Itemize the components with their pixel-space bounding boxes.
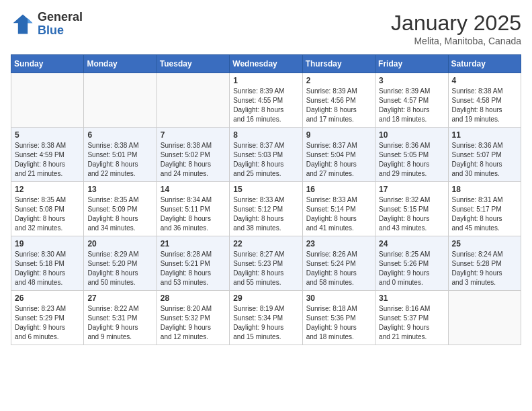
calendar-week-5: 26Sunrise: 8:23 AM Sunset: 5:29 PM Dayli… [11, 291, 521, 345]
day-content: Sunrise: 8:31 AM Sunset: 5:17 PM Dayligh… [452, 195, 517, 233]
day-number: 4 [452, 76, 517, 85]
calendar-cell: 17Sunrise: 8:32 AM Sunset: 5:15 PM Dayli… [375, 182, 448, 236]
weekday-header-wednesday: Wednesday [230, 55, 302, 73]
day-content: Sunrise: 8:24 AM Sunset: 5:28 PM Dayligh… [452, 250, 517, 287]
day-number: 9 [306, 130, 371, 140]
day-number: 30 [306, 293, 371, 303]
calendar-cell: 26Sunrise: 8:23 AM Sunset: 5:29 PM Dayli… [11, 291, 84, 345]
day-number: 16 [306, 185, 371, 194]
svg-marker-0 [13, 14, 33, 34]
day-number: 25 [452, 239, 517, 248]
weekday-header-thursday: Thursday [302, 55, 375, 73]
calendar-cell: 3Sunrise: 8:39 AM Sunset: 4:57 PM Daylig… [375, 73, 448, 128]
day-content: Sunrise: 8:37 AM Sunset: 5:03 PM Dayligh… [233, 141, 298, 179]
calendar-cell [84, 73, 157, 128]
calendar-cell: 18Sunrise: 8:31 AM Sunset: 5:17 PM Dayli… [448, 182, 521, 236]
day-content: Sunrise: 8:23 AM Sunset: 5:29 PM Dayligh… [15, 304, 80, 342]
calendar-cell: 5Sunrise: 8:38 AM Sunset: 4:59 PM Daylig… [11, 128, 84, 182]
calendar-cell [157, 73, 229, 128]
day-content: Sunrise: 8:20 AM Sunset: 5:32 PM Dayligh… [161, 304, 226, 342]
logo-text: General Blue [38, 11, 83, 38]
day-number: 26 [15, 293, 80, 303]
calendar-body: 1Sunrise: 8:39 AM Sunset: 4:55 PM Daylig… [11, 73, 521, 345]
day-number: 15 [233, 185, 298, 194]
day-content: Sunrise: 8:28 AM Sunset: 5:21 PM Dayligh… [161, 250, 226, 287]
weekday-header-monday: Monday [84, 55, 157, 73]
calendar-cell: 12Sunrise: 8:35 AM Sunset: 5:08 PM Dayli… [11, 182, 84, 236]
calendar-cell: 22Sunrise: 8:27 AM Sunset: 5:23 PM Dayli… [230, 236, 302, 291]
weekday-header-tuesday: Tuesday [157, 55, 229, 73]
logo-blue: Blue [38, 24, 83, 38]
day-content: Sunrise: 8:38 AM Sunset: 5:01 PM Dayligh… [87, 141, 152, 179]
calendar-cell [448, 291, 521, 345]
calendar-cell: 14Sunrise: 8:34 AM Sunset: 5:11 PM Dayli… [157, 182, 229, 236]
day-content: Sunrise: 8:35 AM Sunset: 5:08 PM Dayligh… [15, 195, 80, 233]
calendar-cell: 16Sunrise: 8:33 AM Sunset: 5:14 PM Dayli… [302, 182, 375, 236]
calendar-cell: 2Sunrise: 8:39 AM Sunset: 4:56 PM Daylig… [302, 73, 375, 128]
calendar-cell: 11Sunrise: 8:36 AM Sunset: 5:07 PM Dayli… [448, 128, 521, 182]
day-content: Sunrise: 8:39 AM Sunset: 4:57 PM Dayligh… [379, 87, 444, 124]
day-content: Sunrise: 8:18 AM Sunset: 5:36 PM Dayligh… [306, 304, 371, 342]
calendar-cell: 15Sunrise: 8:33 AM Sunset: 5:12 PM Dayli… [230, 182, 302, 236]
page-header: General Blue January 2025 Melita, Manito… [11, 11, 521, 46]
calendar-cell: 9Sunrise: 8:37 AM Sunset: 5:04 PM Daylig… [302, 128, 375, 182]
day-content: Sunrise: 8:37 AM Sunset: 5:04 PM Dayligh… [306, 141, 371, 179]
day-content: Sunrise: 8:16 AM Sunset: 5:37 PM Dayligh… [379, 304, 444, 342]
day-content: Sunrise: 8:27 AM Sunset: 5:23 PM Dayligh… [233, 250, 298, 287]
day-number: 2 [306, 76, 371, 85]
logo-general: General [38, 11, 83, 24]
calendar-cell: 28Sunrise: 8:20 AM Sunset: 5:32 PM Dayli… [157, 291, 229, 345]
day-number: 19 [15, 239, 80, 248]
day-number: 7 [161, 130, 226, 140]
calendar-cell: 29Sunrise: 8:19 AM Sunset: 5:34 PM Dayli… [230, 291, 302, 345]
day-content: Sunrise: 8:22 AM Sunset: 5:31 PM Dayligh… [87, 304, 152, 342]
calendar-cell: 24Sunrise: 8:25 AM Sunset: 5:26 PM Dayli… [375, 236, 448, 291]
day-number: 18 [452, 185, 517, 194]
calendar-cell: 20Sunrise: 8:29 AM Sunset: 5:20 PM Dayli… [84, 236, 157, 291]
day-number: 28 [161, 293, 226, 303]
day-number: 11 [452, 130, 517, 140]
weekday-row: SundayMondayTuesdayWednesdayThursdayFrid… [11, 55, 521, 73]
day-number: 21 [161, 239, 226, 248]
calendar-cell: 13Sunrise: 8:35 AM Sunset: 5:09 PM Dayli… [84, 182, 157, 236]
day-number: 29 [233, 293, 298, 303]
day-number: 22 [233, 239, 298, 248]
svg-marker-1 [28, 18, 32, 23]
calendar-cell: 23Sunrise: 8:26 AM Sunset: 5:24 PM Dayli… [302, 236, 375, 291]
logo: General Blue [11, 11, 83, 38]
calendar-week-1: 1Sunrise: 8:39 AM Sunset: 4:55 PM Daylig… [11, 73, 521, 128]
day-content: Sunrise: 8:33 AM Sunset: 5:14 PM Dayligh… [306, 195, 371, 233]
day-content: Sunrise: 8:39 AM Sunset: 4:55 PM Dayligh… [233, 87, 298, 124]
day-number: 6 [87, 130, 152, 140]
day-content: Sunrise: 8:36 AM Sunset: 5:07 PM Dayligh… [452, 141, 517, 179]
calendar-cell: 7Sunrise: 8:38 AM Sunset: 5:02 PM Daylig… [157, 128, 229, 182]
calendar-cell: 27Sunrise: 8:22 AM Sunset: 5:31 PM Dayli… [84, 291, 157, 345]
day-number: 20 [87, 239, 152, 248]
day-number: 17 [379, 185, 444, 194]
calendar-table: SundayMondayTuesdayWednesdayThursdayFrid… [11, 54, 521, 345]
calendar-cell: 6Sunrise: 8:38 AM Sunset: 5:01 PM Daylig… [84, 128, 157, 182]
day-content: Sunrise: 8:38 AM Sunset: 4:59 PM Dayligh… [15, 141, 80, 179]
day-content: Sunrise: 8:38 AM Sunset: 4:58 PM Dayligh… [452, 87, 517, 124]
day-content: Sunrise: 8:29 AM Sunset: 5:20 PM Dayligh… [87, 250, 152, 287]
day-content: Sunrise: 8:39 AM Sunset: 4:56 PM Dayligh… [306, 87, 371, 124]
day-content: Sunrise: 8:34 AM Sunset: 5:11 PM Dayligh… [161, 195, 226, 233]
weekday-header-friday: Friday [375, 55, 448, 73]
calendar-week-4: 19Sunrise: 8:30 AM Sunset: 5:18 PM Dayli… [11, 236, 521, 291]
day-content: Sunrise: 8:26 AM Sunset: 5:24 PM Dayligh… [306, 250, 371, 287]
calendar-week-3: 12Sunrise: 8:35 AM Sunset: 5:08 PM Dayli… [11, 182, 521, 236]
calendar-cell: 8Sunrise: 8:37 AM Sunset: 5:03 PM Daylig… [230, 128, 302, 182]
day-number: 5 [15, 130, 80, 140]
weekday-header-sunday: Sunday [11, 55, 84, 73]
calendar-cell: 1Sunrise: 8:39 AM Sunset: 4:55 PM Daylig… [230, 73, 302, 128]
day-content: Sunrise: 8:38 AM Sunset: 5:02 PM Dayligh… [161, 141, 226, 179]
day-content: Sunrise: 8:36 AM Sunset: 5:05 PM Dayligh… [379, 141, 444, 179]
calendar-cell: 4Sunrise: 8:38 AM Sunset: 4:58 PM Daylig… [448, 73, 521, 128]
day-number: 23 [306, 239, 371, 248]
day-number: 13 [87, 185, 152, 194]
day-number: 1 [233, 76, 298, 85]
day-number: 12 [15, 185, 80, 194]
day-number: 10 [379, 130, 444, 140]
day-number: 31 [379, 293, 444, 303]
day-content: Sunrise: 8:35 AM Sunset: 5:09 PM Dayligh… [87, 195, 152, 233]
